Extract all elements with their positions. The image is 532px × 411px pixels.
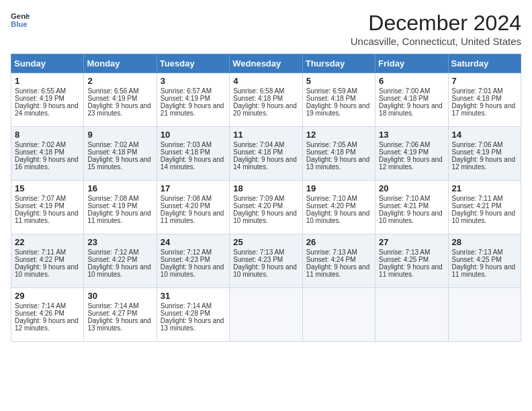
sunset-text: Sunset: 4:18 PM	[87, 148, 152, 156]
daylight-text: Daylight: 9 hours and 10 minutes.	[87, 263, 152, 278]
sunrise-text: Sunrise: 7:13 AM	[379, 248, 444, 256]
logo: General Blue	[11, 11, 30, 30]
header-cell-thursday: Thursday	[302, 54, 375, 73]
sunrise-text: Sunrise: 7:03 AM	[161, 141, 226, 148]
sunset-text: Sunset: 4:27 PM	[87, 310, 152, 317]
calendar-cell: 2Sunrise: 6:56 AMSunset: 4:19 PMDaylight…	[84, 73, 157, 127]
daylight-text: Daylight: 9 hours and 10 minutes.	[161, 263, 226, 278]
sunrise-text: Sunrise: 7:02 AM	[15, 141, 80, 148]
sunrise-text: Sunrise: 7:08 AM	[87, 195, 152, 202]
sunset-text: Sunset: 4:18 PM	[306, 148, 371, 156]
sunrise-text: Sunrise: 7:13 AM	[233, 248, 298, 256]
sunrise-text: Sunrise: 6:58 AM	[233, 87, 298, 95]
calendar-cell: 16Sunrise: 7:08 AMSunset: 4:19 PMDayligh…	[84, 181, 157, 234]
day-number: 4	[233, 76, 298, 86]
calendar-cell: 23Sunrise: 7:12 AMSunset: 4:22 PMDayligh…	[84, 234, 157, 288]
sunrise-text: Sunrise: 7:08 AM	[161, 195, 226, 202]
title-area: December 2024 Uncasville, Connecticut, U…	[351, 11, 521, 47]
daylight-text: Daylight: 9 hours and 19 minutes.	[306, 102, 371, 117]
daylight-text: Daylight: 9 hours and 11 minutes.	[87, 210, 152, 224]
sunset-text: Sunset: 4:21 PM	[379, 202, 444, 210]
day-number: 24	[161, 237, 226, 247]
sunrise-text: Sunrise: 7:06 AM	[379, 141, 444, 148]
sunset-text: Sunset: 4:19 PM	[161, 95, 226, 102]
sunset-text: Sunset: 4:18 PM	[161, 148, 226, 156]
sunrise-text: Sunrise: 7:10 AM	[379, 195, 444, 202]
week-row-4: 22Sunrise: 7:11 AMSunset: 4:22 PMDayligh…	[11, 234, 521, 288]
day-number: 22	[15, 237, 80, 247]
month-title: December 2024	[351, 11, 521, 36]
daylight-text: Daylight: 9 hours and 10 minutes.	[15, 263, 80, 278]
calendar-cell	[302, 288, 375, 342]
header-cell-wednesday: Wednesday	[230, 54, 302, 73]
calendar-cell: 25Sunrise: 7:13 AMSunset: 4:23 PMDayligh…	[230, 234, 302, 288]
sunset-text: Sunset: 4:18 PM	[379, 95, 444, 102]
calendar-cell: 4Sunrise: 6:58 AMSunset: 4:18 PMDaylight…	[230, 73, 302, 127]
calendar-cell: 1Sunrise: 6:55 AMSunset: 4:19 PMDaylight…	[11, 73, 84, 127]
calendar-cell: 9Sunrise: 7:02 AMSunset: 4:18 PMDaylight…	[84, 127, 157, 181]
day-number: 18	[233, 183, 298, 193]
daylight-text: Daylight: 9 hours and 15 minutes.	[87, 156, 152, 171]
sunrise-text: Sunrise: 7:06 AM	[452, 141, 517, 148]
daylight-text: Daylight: 9 hours and 14 minutes.	[233, 156, 298, 171]
sunrise-text: Sunrise: 7:02 AM	[87, 141, 152, 148]
sunset-text: Sunset: 4:25 PM	[379, 256, 444, 263]
calendar-cell: 12Sunrise: 7:05 AMSunset: 4:18 PMDayligh…	[302, 127, 375, 181]
day-number: 19	[306, 183, 371, 193]
calendar-cell: 17Sunrise: 7:08 AMSunset: 4:20 PMDayligh…	[157, 181, 229, 234]
calendar-cell: 7Sunrise: 7:01 AMSunset: 4:18 PMDaylight…	[448, 73, 521, 127]
sunset-text: Sunset: 4:18 PM	[452, 95, 517, 102]
sunset-text: Sunset: 4:28 PM	[161, 310, 226, 317]
daylight-text: Daylight: 9 hours and 11 minutes.	[452, 263, 517, 278]
calendar-cell: 27Sunrise: 7:13 AMSunset: 4:25 PMDayligh…	[375, 234, 448, 288]
sunset-text: Sunset: 4:20 PM	[161, 202, 226, 210]
calendar-cell: 6Sunrise: 7:00 AMSunset: 4:18 PMDaylight…	[375, 73, 448, 127]
day-number: 2	[87, 76, 152, 86]
sunset-text: Sunset: 4:18 PM	[15, 148, 80, 156]
sunset-text: Sunset: 4:19 PM	[87, 95, 152, 102]
sunrise-text: Sunrise: 7:11 AM	[452, 195, 517, 202]
header: General Blue December 2024 Uncasville, C…	[11, 11, 521, 47]
sunset-text: Sunset: 4:22 PM	[87, 256, 152, 263]
calendar-cell: 31Sunrise: 7:14 AMSunset: 4:28 PMDayligh…	[157, 288, 229, 342]
daylight-text: Daylight: 9 hours and 21 minutes.	[161, 102, 226, 117]
calendar-cell: 8Sunrise: 7:02 AMSunset: 4:18 PMDaylight…	[11, 127, 84, 181]
sunset-text: Sunset: 4:22 PM	[15, 256, 80, 263]
day-number: 17	[161, 183, 226, 193]
sunrise-text: Sunrise: 7:14 AM	[15, 302, 80, 310]
sunrise-text: Sunrise: 7:10 AM	[306, 195, 371, 202]
sunset-text: Sunset: 4:19 PM	[87, 202, 152, 210]
day-number: 5	[306, 76, 371, 86]
sunset-text: Sunset: 4:26 PM	[15, 310, 80, 317]
sunrise-text: Sunrise: 7:11 AM	[15, 248, 80, 256]
svg-text:Blue: Blue	[11, 20, 28, 28]
calendar-cell	[375, 288, 448, 342]
calendar-cell: 20Sunrise: 7:10 AMSunset: 4:21 PMDayligh…	[375, 181, 448, 234]
sunrise-text: Sunrise: 7:13 AM	[306, 248, 371, 256]
sunrise-text: Sunrise: 6:56 AM	[87, 87, 152, 95]
sunset-text: Sunset: 4:19 PM	[15, 202, 80, 210]
daylight-text: Daylight: 9 hours and 16 minutes.	[15, 156, 80, 171]
daylight-text: Daylight: 9 hours and 11 minutes.	[306, 263, 371, 278]
day-number: 26	[306, 237, 371, 247]
daylight-text: Daylight: 9 hours and 13 minutes.	[306, 156, 371, 171]
sunrise-text: Sunrise: 7:14 AM	[87, 302, 152, 310]
daylight-text: Daylight: 9 hours and 20 minutes.	[233, 102, 298, 117]
daylight-text: Daylight: 9 hours and 10 minutes.	[452, 210, 517, 224]
daylight-text: Daylight: 9 hours and 11 minutes.	[379, 263, 444, 278]
calendar-cell: 5Sunrise: 6:59 AMSunset: 4:18 PMDaylight…	[302, 73, 375, 127]
day-number: 6	[379, 76, 444, 86]
sunset-text: Sunset: 4:20 PM	[306, 202, 371, 210]
daylight-text: Daylight: 9 hours and 12 minutes.	[15, 317, 80, 332]
day-number: 23	[87, 237, 152, 247]
daylight-text: Daylight: 9 hours and 10 minutes.	[233, 263, 298, 278]
daylight-text: Daylight: 9 hours and 14 minutes.	[161, 156, 226, 171]
day-number: 29	[15, 291, 80, 301]
daylight-text: Daylight: 9 hours and 11 minutes.	[161, 210, 226, 224]
calendar-cell	[230, 288, 302, 342]
day-number: 16	[87, 183, 152, 193]
day-number: 12	[306, 130, 371, 140]
sunset-text: Sunset: 4:19 PM	[452, 148, 517, 156]
sunset-text: Sunset: 4:18 PM	[233, 95, 298, 102]
sunrise-text: Sunrise: 7:04 AM	[233, 141, 298, 148]
